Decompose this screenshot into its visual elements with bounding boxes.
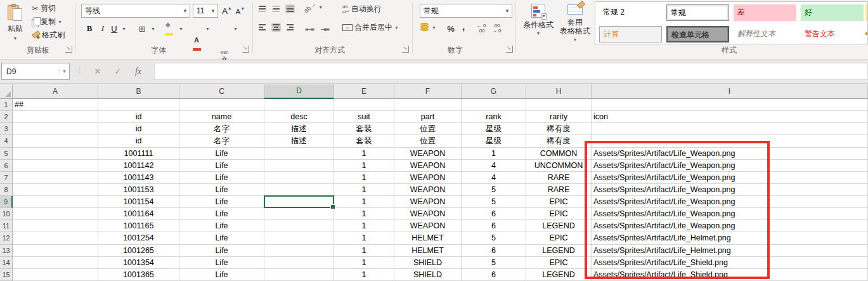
cell-C14[interactable]: Life: [179, 257, 264, 269]
cell-G12[interactable]: 5: [462, 232, 526, 245]
cell-D1[interactable]: [264, 99, 334, 111]
cell-style-option[interactable]: 常规: [666, 4, 729, 21]
cell-A10[interactable]: [13, 208, 98, 220]
column-header-D[interactable]: D: [264, 84, 334, 99]
accounting-format-button[interactable]: ▼: [420, 23, 436, 32]
format-as-table-button[interactable]: 套用 表格格式 ▼: [557, 3, 593, 44]
cell-C12[interactable]: Life: [179, 232, 264, 245]
cell-A13[interactable]: [13, 245, 98, 257]
column-header-A[interactable]: A: [13, 84, 98, 99]
row-header-11[interactable]: 11: [0, 220, 13, 232]
row-header-6[interactable]: 6: [0, 160, 13, 172]
cell-D8[interactable]: [264, 184, 334, 196]
cell-G1[interactable]: [462, 99, 526, 111]
cell-H7[interactable]: RARE: [526, 172, 592, 184]
cell-G4[interactable]: 星级: [462, 135, 526, 148]
formula-bar-grip[interactable]: ⋮: [76, 65, 84, 74]
cell-B15[interactable]: 1001365: [98, 269, 179, 281]
paste-button[interactable]: 粘贴 ▼: [4, 4, 27, 42]
number-dialog-launcher[interactable]: [506, 46, 513, 53]
font-size-combo[interactable]: 11 ▼: [193, 4, 218, 18]
cell-G15[interactable]: 6: [462, 269, 526, 281]
borders-button[interactable]: ⊞: [136, 22, 148, 36]
style-neutral-sliver[interactable]: [865, 4, 868, 21]
cell-D4[interactable]: 描述: [264, 135, 334, 148]
cell-C7[interactable]: Life: [179, 172, 264, 184]
cell-A7[interactable]: [13, 172, 98, 184]
cell-C11[interactable]: Life: [179, 220, 264, 232]
number-format-combo[interactable]: 常规 ▼: [420, 4, 512, 18]
cell-G14[interactable]: 5: [462, 257, 526, 269]
cell-H11[interactable]: LEGEND: [526, 220, 592, 232]
cell-G10[interactable]: 6: [462, 208, 526, 220]
cell-D2[interactable]: desc: [264, 111, 334, 123]
cell-E3[interactable]: 套装: [334, 123, 394, 135]
style-linked-sliver[interactable]: [865, 32, 868, 35]
orientation-button[interactable]: ab→ ▼: [303, 4, 323, 11]
cell-E14[interactable]: 1: [334, 257, 394, 269]
column-header-B[interactable]: B: [98, 84, 179, 99]
cell-B12[interactable]: 1001254: [98, 232, 179, 245]
cell-B9[interactable]: 1001154: [98, 196, 179, 208]
cell-H13[interactable]: LEGEND: [526, 245, 592, 257]
comma-style-button[interactable]: ,: [459, 20, 468, 32]
cell-A11[interactable]: [13, 220, 98, 232]
cell-E15[interactable]: 1: [334, 269, 394, 281]
cell-F11[interactable]: WEAPON: [394, 220, 462, 232]
cell-C15[interactable]: Life: [179, 269, 264, 281]
cell-E13[interactable]: 1: [334, 245, 394, 257]
cell-B5[interactable]: 1001111: [98, 148, 179, 160]
cell-F9[interactable]: WEAPON: [394, 196, 462, 208]
underline-button[interactable]: U: [109, 22, 119, 36]
conditional-formatting-button[interactable]: 条件格式 ▼: [520, 3, 557, 44]
cell-H9[interactable]: EPIC: [526, 196, 592, 208]
cell-B6[interactable]: 1001142: [98, 160, 179, 172]
row-header-8[interactable]: 8: [0, 184, 13, 196]
cell-B3[interactable]: id: [98, 123, 179, 135]
cell-B2[interactable]: id: [98, 111, 179, 123]
cell-F1[interactable]: [394, 99, 462, 111]
cell-B11[interactable]: 1001165: [98, 220, 179, 232]
cell-E4[interactable]: 套装: [334, 135, 394, 148]
cell-G13[interactable]: 6: [462, 245, 526, 257]
cell-C6[interactable]: Life: [179, 160, 264, 172]
cell-D7[interactable]: [264, 172, 334, 184]
formula-input[interactable]: [154, 63, 868, 80]
align-right-button[interactable]: [285, 23, 295, 32]
cell-A3[interactable]: [13, 123, 98, 135]
insert-function-button[interactable]: fx: [129, 63, 147, 80]
cell-H15[interactable]: LEGEND: [526, 269, 592, 281]
cell-A6[interactable]: [13, 160, 98, 172]
cell-D14[interactable]: [264, 257, 334, 269]
chevron-down-icon[interactable]: ▼: [179, 27, 183, 31]
cell-D15[interactable]: [264, 269, 334, 281]
increase-decimal-button[interactable]: ←.0 .00: [474, 23, 488, 34]
cell-style-option[interactable]: 常规 2: [599, 4, 662, 21]
cell-G5[interactable]: 1: [462, 148, 526, 160]
cell-F12[interactable]: HELMET: [394, 232, 462, 245]
cell-F10[interactable]: WEAPON: [394, 208, 462, 220]
cell-C2[interactable]: name: [179, 111, 264, 123]
cell-B4[interactable]: id: [98, 135, 179, 148]
cell-style-option[interactable]: 检查单元格: [666, 26, 729, 42]
cell-G2[interactable]: rank: [462, 111, 526, 123]
bold-button[interactable]: B: [84, 22, 95, 36]
row-header-14[interactable]: 14: [0, 257, 13, 269]
cell-F2[interactable]: part: [394, 111, 462, 123]
align-center-button[interactable]: [271, 23, 281, 32]
cell-E9[interactable]: 1: [334, 196, 394, 208]
format-painter-button[interactable]: 格式刷: [32, 30, 65, 41]
cell-F13[interactable]: HELMET: [394, 245, 462, 257]
cell-E5[interactable]: 1: [334, 148, 394, 160]
clipboard-dialog-launcher[interactable]: [65, 46, 72, 53]
chevron-down-icon[interactable]: ▼: [151, 27, 155, 31]
cell-C3[interactable]: 名字: [179, 123, 264, 135]
cell-E8[interactable]: 1: [334, 184, 394, 196]
cell-style-option[interactable]: 计算: [599, 26, 662, 42]
cell-A1[interactable]: ##: [13, 99, 98, 111]
percent-style-button[interactable]: %: [444, 23, 458, 34]
cell-E6[interactable]: 1: [334, 160, 394, 172]
cell-H10[interactable]: EPIC: [526, 208, 592, 220]
font-color-button[interactable]: A: [191, 36, 203, 51]
cell-H14[interactable]: EPIC: [526, 257, 592, 269]
